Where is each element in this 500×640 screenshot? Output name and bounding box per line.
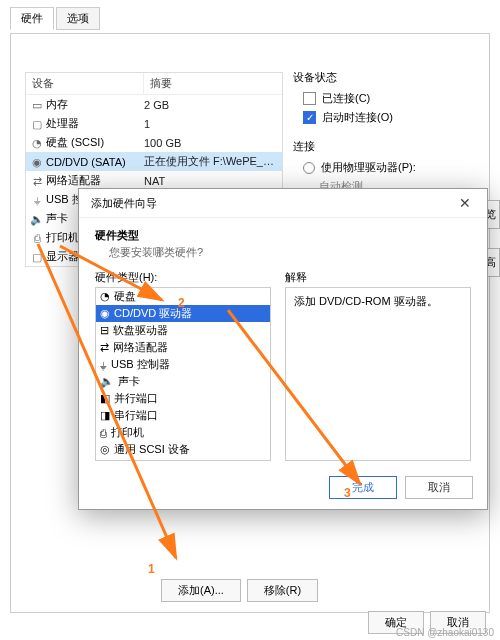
remove-button[interactable]: 移除(R) <box>247 579 318 602</box>
hw-type-label: 网络适配器 <box>113 340 168 355</box>
hw-type-label: 硬盘 <box>114 289 136 304</box>
radio-use-physical[interactable]: 使用物理驱动器(P): <box>303 160 473 175</box>
col-device: 设备 <box>26 73 144 94</box>
radio-use-physical-label: 使用物理驱动器(P): <box>321 160 416 175</box>
device-name: 硬盘 (SCSI) <box>44 135 144 150</box>
tabs: 硬件 选项 <box>10 6 490 29</box>
checkbox-connect-on-power-label: 启动时连接(O) <box>322 110 393 125</box>
hw-type-title: 硬件类型 <box>95 228 471 243</box>
checkbox-connected-label: 已连接(C) <box>322 91 370 106</box>
device-summary: NAT <box>144 175 278 187</box>
checkbox-connect-on-power[interactable]: ✓ 启动时连接(O) <box>303 110 473 125</box>
annotation-1: 1 <box>148 562 155 576</box>
explain-text: 添加 DVD/CD-ROM 驱动器。 <box>285 287 471 461</box>
hw-type-item[interactable]: ◨串行端口 <box>96 407 270 424</box>
add-button[interactable]: 添加(A)... <box>161 579 241 602</box>
hw-type-icon: ⎙ <box>100 427 107 439</box>
device-bottom-buttons: 添加(A)... 移除(R) <box>161 579 318 602</box>
hw-type-item[interactable]: ⊟软盘驱动器 <box>96 322 270 339</box>
device-row[interactable]: ◉CD/DVD (SATA)正在使用文件 F:\WePE_64_V2... <box>26 152 282 171</box>
wizard-title: 添加硬件向导 <box>91 196 157 211</box>
hw-type-label: 声卡 <box>118 374 140 389</box>
device-icon: 🔈 <box>30 213 44 225</box>
hw-type-icon: ◨ <box>100 409 110 422</box>
device-row[interactable]: ◔硬盘 (SCSI)100 GB <box>26 133 282 152</box>
device-table-header: 设备 摘要 <box>26 73 282 95</box>
checkbox-icon <box>303 92 316 105</box>
hw-type-item[interactable]: ◎通用 SCSI 设备 <box>96 441 270 458</box>
annotation-3: 3 <box>344 486 351 500</box>
hw-type-icon: ◔ <box>100 290 110 303</box>
hw-type-label: 软盘驱动器 <box>113 323 168 338</box>
hw-type-item[interactable]: ⊡可信平台模块 <box>96 458 270 461</box>
device-name: 处理器 <box>44 116 144 131</box>
device-icon: ⎙ <box>30 232 44 244</box>
radio-icon <box>303 162 315 174</box>
checkbox-connected[interactable]: 已连接(C) <box>303 91 473 106</box>
hw-type-icon: ◎ <box>100 443 110 456</box>
device-summary: 2 GB <box>144 99 278 111</box>
hw-type-icon: ⊟ <box>100 324 109 337</box>
tab-options[interactable]: 选项 <box>56 7 100 30</box>
device-icon: ◉ <box>30 156 44 168</box>
hw-type-label: 通用 SCSI 设备 <box>114 442 190 457</box>
hw-type-icon: ⏚ <box>100 359 107 371</box>
hw-type-item[interactable]: ◧并行端口 <box>96 390 270 407</box>
hw-type-item[interactable]: ⇄网络适配器 <box>96 339 270 356</box>
wizard-titlebar: 添加硬件向导 ✕ <box>79 189 487 218</box>
hw-type-label: 可信平台模块 <box>113 459 179 461</box>
hw-type-icon: ⇄ <box>100 341 109 354</box>
watermark: CSDN @zhaokai0130 <box>396 627 494 638</box>
device-name: CD/DVD (SATA) <box>44 156 144 168</box>
device-name: 网络适配器 <box>44 173 144 188</box>
wizard-body: 硬件类型(H): ◔硬盘◉CD/DVD 驱动器⊟软盘驱动器⇄网络适配器⏚USB … <box>79 264 487 467</box>
hw-type-icon: ◧ <box>100 392 110 405</box>
device-icon: ⇄ <box>30 175 44 187</box>
hw-type-icon: ⊡ <box>100 460 109 461</box>
checkbox-icon: ✓ <box>303 111 316 124</box>
device-summary: 1 <box>144 118 278 130</box>
wizard-cancel-button[interactable]: 取消 <box>405 476 473 499</box>
hw-type-label: 并行端口 <box>114 391 158 406</box>
hw-list-label: 硬件类型(H): <box>95 270 271 285</box>
device-icon: ▢ <box>30 251 44 263</box>
wizard-right: 解释 添加 DVD/CD-ROM 驱动器。 <box>285 270 471 461</box>
device-icon: ⏚ <box>30 194 44 206</box>
device-row[interactable]: ▭内存2 GB <box>26 95 282 114</box>
hw-type-item[interactable]: 🔈声卡 <box>96 373 270 390</box>
device-summary: 正在使用文件 F:\WePE_64_V2... <box>144 154 278 169</box>
device-row[interactable]: ▢处理器1 <box>26 114 282 133</box>
wizard-question: 您要安装哪类硬件? <box>95 245 471 260</box>
col-summary: 摘要 <box>144 73 282 94</box>
hw-type-label: 串行端口 <box>114 408 158 423</box>
device-icon: ▭ <box>30 99 44 111</box>
close-icon[interactable]: ✕ <box>451 195 479 211</box>
connection-title: 连接 <box>293 139 475 154</box>
tab-hardware[interactable]: 硬件 <box>10 7 54 30</box>
hardware-type-list[interactable]: ◔硬盘◉CD/DVD 驱动器⊟软盘驱动器⇄网络适配器⏚USB 控制器🔈声卡◧并行… <box>95 287 271 461</box>
hw-type-label: USB 控制器 <box>111 357 170 372</box>
hw-type-label: 打印机 <box>111 425 144 440</box>
hw-type-icon: ◉ <box>100 307 110 320</box>
add-hardware-wizard: 添加硬件向导 ✕ 硬件类型 您要安装哪类硬件? 硬件类型(H): ◔硬盘◉CD/… <box>78 188 488 510</box>
finish-button[interactable]: 完成 <box>329 476 397 499</box>
annotation-2: 2 <box>178 296 185 310</box>
hw-type-item[interactable]: ⏚USB 控制器 <box>96 356 270 373</box>
device-icon: ▢ <box>30 118 44 130</box>
device-icon: ◔ <box>30 137 44 149</box>
device-summary: 100 GB <box>144 137 278 149</box>
wizard-subheader: 硬件类型 您要安装哪类硬件? <box>79 218 487 264</box>
status-title: 设备状态 <box>293 70 475 85</box>
hw-type-icon: 🔈 <box>100 375 114 388</box>
explain-label: 解释 <box>285 270 471 285</box>
hw-type-item[interactable]: ⎙打印机 <box>96 424 270 441</box>
device-name: 内存 <box>44 97 144 112</box>
